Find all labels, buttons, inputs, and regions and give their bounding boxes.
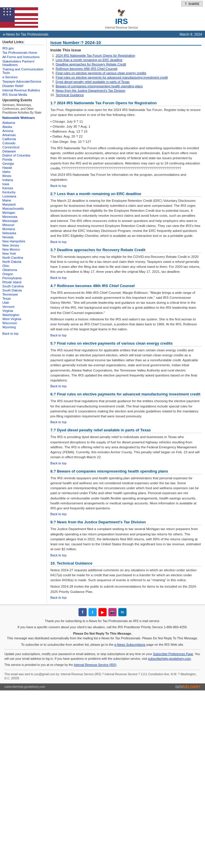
toc-link[interactable]: 2024 IRS Nationwide Tax Forum Opens for … <box>56 54 135 57</box>
content-section: 1.? 2024 IRS Nationwide Tax Forum Opens … <box>50 101 202 187</box>
sidebar-link-nationwide-webinars[interactable]: Nationwide Webinars <box>2 116 44 120</box>
subscriber-prefs-link[interactable]: Subscriber Preferences Page <box>153 652 193 656</box>
sidebar-link-training[interactable]: Training and Communication Tools <box>2 67 44 74</box>
sidebar-state-link[interactable]: South Dakota <box>2 288 44 292</box>
back-to-top-link[interactable]: Back to top <box>50 334 202 337</box>
facebook-icon[interactable]: f <box>78 608 87 616</box>
sidebar-state-link[interactable]: Nebraska <box>2 231 44 235</box>
sidebar-link-disaster[interactable]: Disaster Relief <box>2 84 44 88</box>
sidebar-state-link[interactable]: Tennessee <box>2 292 44 296</box>
sidebar-link-irsgov[interactable]: IRS.gov <box>2 46 44 50</box>
sidebar-link-social-media[interactable]: IRS Social Media <box>2 93 44 96</box>
twitter-icon[interactable]: t <box>88 608 97 616</box>
linkedin-icon[interactable]: in <box>118 608 127 616</box>
sidebar-state-link[interactable]: Ohio <box>2 264 44 268</box>
back-to-top-link[interactable]: Back to top <box>50 596 202 599</box>
sidebar-state-link[interactable]: Missouri <box>2 223 44 227</box>
sidebar-state-link[interactable]: Georgia <box>2 162 44 165</box>
sidebar-state-link[interactable]: South Carolina <box>2 284 44 288</box>
sidebar-state-link[interactable]: Hawaii <box>2 166 44 169</box>
sidebar-state-link[interactable]: New Jersey <box>2 244 44 247</box>
sidebar-state-link[interactable]: Wisconsin <box>2 321 44 325</box>
sidebar-state-link[interactable]: Utah <box>2 301 44 304</box>
sidebar-state-link[interactable]: Michigan <box>2 211 44 214</box>
sidebar-state-link[interactable]: Mississippi <box>2 219 44 222</box>
sidebar-state-link[interactable]: Delaware <box>2 150 44 153</box>
sidebar-link-taxpayer-advocate[interactable]: Taxpayer Advocate/Service <box>2 80 44 83</box>
sidebar-link-stakeholders[interactable]: Stakeholders Partners' Headliners <box>2 60 44 67</box>
sidebar-link-eservices[interactable]: e-Services <box>2 75 44 79</box>
sidebar-state-link[interactable]: Iowa <box>2 182 44 186</box>
sidebar-state-link[interactable]: Washington <box>2 313 44 317</box>
toc-link[interactable]: Technical Guidance <box>56 93 84 97</box>
sidebar-state-link[interactable]: Oregon <box>2 272 44 276</box>
sidebar-state-link[interactable]: Arkansas <box>2 133 44 137</box>
sidebar-state-link[interactable]: Florida <box>2 158 44 161</box>
toc-link[interactable]: News from the Justice Department's Tax D… <box>56 89 125 92</box>
back-to-top-link[interactable]: Back to top <box>50 276 202 279</box>
sidebar-state-link[interactable]: Pennsylvania <box>2 276 44 280</box>
content-section: 7.? Dyed diesel penalty relief available… <box>50 428 202 465</box>
sidebar-back-to-top[interactable]: Back to top <box>2 332 44 335</box>
sidebar-state-link[interactable]: Montana <box>2 227 44 231</box>
back-to-top-link[interactable]: Back to top <box>50 384 202 388</box>
back-to-top-link[interactable]: Back to top <box>50 461 202 465</box>
footer-address: This email was sent to you@gmail.com by:… <box>4 672 201 681</box>
back-to-top-link[interactable]: Back to top <box>50 184 202 187</box>
bottom-bar-text: subscriberhelp.govdelivery.com <box>4 685 45 688</box>
sidebar-state-link[interactable]: Massachusetts <box>2 207 44 210</box>
toc-link[interactable]: Final rules on elective payments of vari… <box>56 71 146 75</box>
toc-link[interactable]: Dyed diesel penalty relief available in … <box>56 80 129 84</box>
back-to-top-link[interactable]: Back to top <box>50 512 202 516</box>
sidebar-state-link[interactable]: Maryland <box>2 203 44 206</box>
sidebar-state-link[interactable]: New York <box>2 252 44 255</box>
enews-subscriptions-link[interactable]: e-News Subscriptions <box>114 643 145 646</box>
sidebar-state-link[interactable]: Kansas <box>2 186 44 190</box>
sidebar-state-link[interactable]: Illinois <box>2 174 44 178</box>
share-button[interactable]: ⇧ SHARE <box>181 1 203 6</box>
back-to-top-link[interactable]: Back to top <box>50 554 202 557</box>
instagram-icon[interactable]: 📷 <box>108 608 117 616</box>
sidebar-state-link[interactable]: California <box>2 137 44 141</box>
irs-footer-link[interactable]: Internal Revenue Service (IRS) <box>74 663 116 666</box>
content-section: 3.? Deadline approaches for Recovery Reb… <box>50 248 202 279</box>
sidebar-state-link[interactable]: Rhode Island <box>2 280 44 284</box>
sidebar-state-link[interactable]: Vermont <box>2 305 44 308</box>
back-to-top-link[interactable]: Back to top <box>50 420 202 424</box>
toc-link[interactable]: Rollinson becomes 49th IRS Chief Counsel <box>56 67 118 70</box>
back-to-top-link[interactable]: Back to top <box>50 240 202 244</box>
sidebar-state-link[interactable]: Nevada <box>2 236 44 239</box>
sidebar-link-taxpro-home[interactable]: Tax Professionals Home <box>2 51 44 54</box>
sidebar-state-link[interactable]: North Carolina <box>2 256 44 259</box>
sidebar-state-link[interactable]: Arizona <box>2 129 44 133</box>
sidebar-link-irb[interactable]: Internal Revenue Bulletins <box>2 89 44 92</box>
sidebar-state-link[interactable]: Alabama <box>2 121 44 124</box>
sidebar-state-link[interactable]: Indiana <box>2 178 44 182</box>
sidebar-state-link[interactable]: Kentucky <box>2 190 44 194</box>
toc-link[interactable]: Final rules on elective payments for adv… <box>56 75 168 79</box>
sidebar-state-link[interactable]: New Mexico <box>2 248 44 251</box>
main-layout: Useful Links: IRS.gov Tax Professionals … <box>0 38 205 604</box>
toc-link[interactable]: Less than a month remaining on ERC deadl… <box>56 58 122 62</box>
sidebar-state-link[interactable]: Texas <box>2 297 44 300</box>
toc-link[interactable]: Deadline approaches for Recovery Rebate … <box>56 62 126 66</box>
sidebar-state-link[interactable]: North Dakota <box>2 260 44 264</box>
toc-link[interactable]: Beware of companies misrepresenting heal… <box>56 84 143 88</box>
youtube-icon[interactable]: ▶ <box>98 608 107 616</box>
sidebar-state-link[interactable]: Colorado <box>2 142 44 145</box>
sidebar-state-link[interactable]: Idaho <box>2 170 44 174</box>
sidebar-state-link[interactable]: District of Columbia <box>2 154 44 157</box>
sidebar-state-link[interactable]: Wyoming <box>2 326 44 329</box>
sidebar-state-link[interactable]: Minnesota <box>2 215 44 218</box>
sidebar-link-forms[interactable]: All Forms and Instructions <box>2 55 44 59</box>
toc-item: 2024 IRS Nationwide Tax Forum Opens for … <box>56 54 202 57</box>
sidebar-state-link[interactable]: Maine <box>2 198 44 202</box>
sidebar-state-link[interactable]: Alaska <box>2 125 44 128</box>
sidebar-state-link[interactable]: Louisiana <box>2 194 44 198</box>
sidebar-state-link[interactable]: Oklahoma <box>2 268 44 272</box>
sidebar-state-link[interactable]: Virginia <box>2 309 44 312</box>
sidebar-state-link[interactable]: New Hampshire <box>2 240 44 243</box>
sidebar-state-link[interactable]: Connecticut <box>2 146 44 149</box>
subscriberhelp-link[interactable]: subscriberhelp.govdelivery.com <box>148 657 191 660</box>
sidebar-state-link[interactable]: West Virginia <box>2 317 44 321</box>
